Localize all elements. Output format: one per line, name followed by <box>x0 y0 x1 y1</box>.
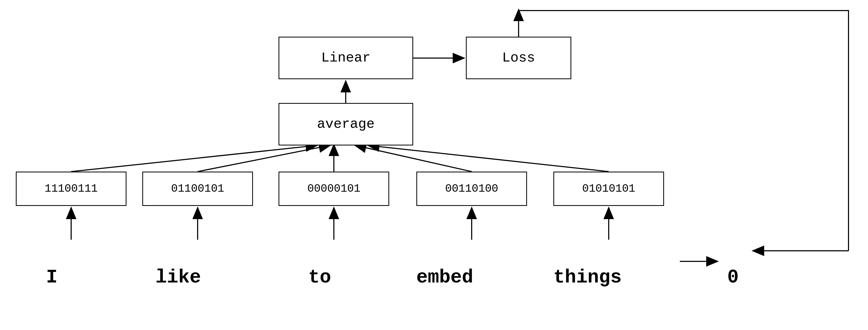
word1-label: I <box>46 267 57 288</box>
embed3-node: 00000101 <box>279 172 389 206</box>
word4-label: embed <box>416 267 473 288</box>
linear-node: Linear <box>279 37 413 79</box>
average-node: average <box>279 103 413 145</box>
embed1-node: 11100111 <box>16 172 126 206</box>
loss-node: Loss <box>466 37 571 79</box>
svg-line-7 <box>356 145 472 172</box>
svg-line-5 <box>198 145 330 172</box>
word5-label: things <box>553 267 622 288</box>
word3-label: to <box>308 267 331 288</box>
embed4-node: 00110100 <box>416 172 527 206</box>
embed5-node: 01010101 <box>553 172 664 206</box>
diagram-container: Linear Loss average 11100111 01100101 00… <box>0 0 868 330</box>
word2-label: like <box>155 267 201 288</box>
embed2-node: 01100101 <box>142 172 253 206</box>
svg-line-8 <box>369 145 609 172</box>
svg-line-4 <box>71 145 316 172</box>
target-label: 0 <box>727 267 739 288</box>
